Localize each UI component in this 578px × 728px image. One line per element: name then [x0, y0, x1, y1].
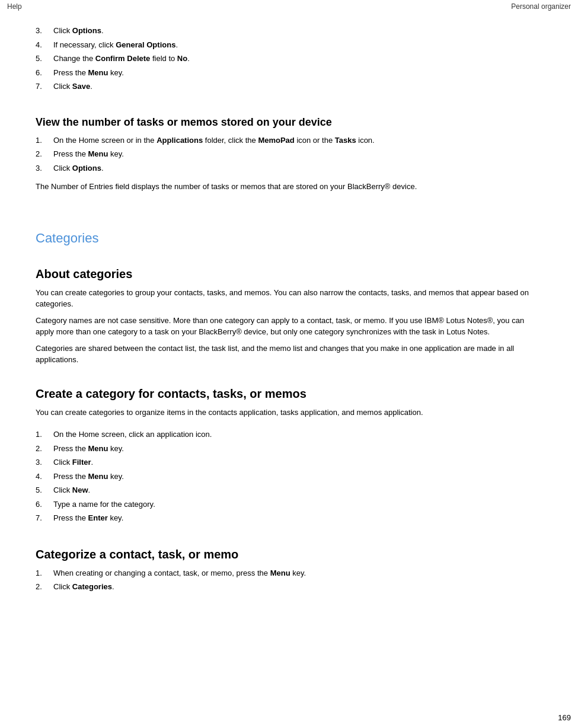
list-item: 6. Type a name for the category. — [36, 499, 542, 510]
list-item: 3. Click Options. — [36, 25, 542, 37]
about-para-2: Category names are not case sensitive. M… — [36, 315, 542, 338]
categorize-steps-list: 1. When creating or changing a contact, … — [36, 567, 542, 593]
list-item: 2. Press the Menu key. — [36, 443, 542, 455]
list-item: 1. On the Home screen, click an applicat… — [36, 429, 542, 440]
about-categories-heading: About categories — [36, 267, 542, 281]
categorize-heading: Categorize a contact, task, or memo — [36, 548, 542, 561]
about-para-1: You can create categories to group your … — [36, 287, 542, 310]
list-item: 5. Change the Confirm Delete field to No… — [36, 53, 542, 65]
list-item: 3. Click Filter. — [36, 456, 542, 468]
header-left: Help — [7, 2, 22, 11]
create-intro: You can create categories to organize it… — [36, 407, 542, 419]
list-item: 4. If necessary, click General Options. — [36, 39, 542, 51]
list-item: 4. Press the Menu key. — [36, 471, 542, 483]
page-number: 169 — [558, 713, 571, 722]
initial-steps-list: 3. Click Options. 4. If necessary, click… — [36, 25, 542, 92]
list-item: 2. Press the Menu key. — [36, 148, 542, 160]
list-item: 5. Click New. — [36, 484, 542, 496]
view-tasks-note: The Number of Entries field displays the… — [36, 181, 542, 193]
list-item: 7. Click Save. — [36, 81, 542, 92]
list-item: 1. When creating or changing a contact, … — [36, 567, 542, 579]
create-category-heading: Create a category for contacts, tasks, o… — [36, 387, 542, 401]
about-para-3: Categories are shared between the contac… — [36, 343, 542, 366]
list-item: 6. Press the Menu key. — [36, 67, 542, 79]
list-item: 3. Click Options. — [36, 162, 542, 174]
page-content: 3. Click Options. 4. If necessary, click… — [0, 13, 578, 624]
view-tasks-heading: View the number of tasks or memos stored… — [36, 116, 542, 129]
page-header: Help Personal organizer — [0, 0, 578, 13]
list-item: 1. On the Home screen or in the Applicat… — [36, 135, 542, 146]
categories-heading: Categories — [36, 231, 542, 246]
view-tasks-steps: 1. On the Home screen or in the Applicat… — [36, 135, 542, 174]
header-right: Personal organizer — [511, 2, 571, 11]
list-item: 7. Press the Enter key. — [36, 512, 542, 524]
create-steps-list: 1. On the Home screen, click an applicat… — [36, 429, 542, 524]
list-item: 2. Click Categories. — [36, 581, 542, 593]
